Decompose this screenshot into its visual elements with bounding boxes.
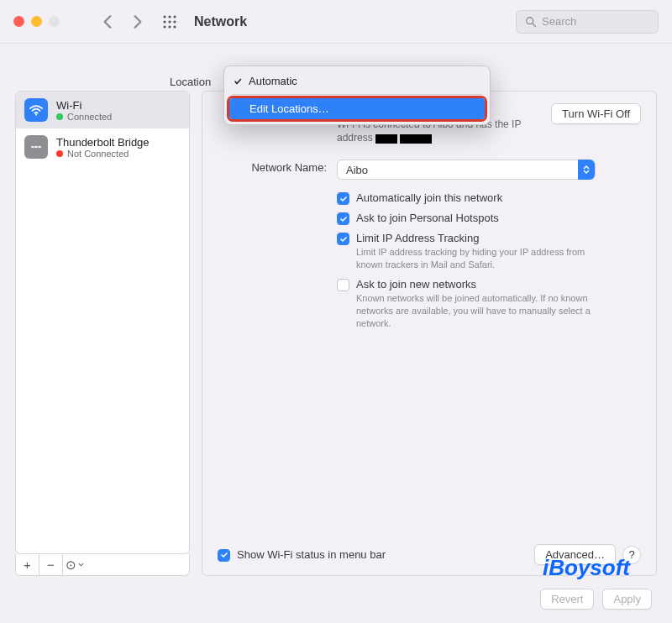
svg-line-10 xyxy=(533,23,536,26)
toolbar: Network Search xyxy=(0,0,672,44)
limit-ip-description: Limit IP address tracking by hiding your… xyxy=(356,246,608,271)
svg-point-7 xyxy=(168,25,171,28)
dropdown-option-label: Edit Locations… xyxy=(249,102,329,115)
new-networks-label: Ask to join new networks xyxy=(356,278,608,291)
hotspots-label: Ask to join Personal Hotspots xyxy=(356,212,499,224)
search-placeholder: Search xyxy=(542,15,576,28)
back-button[interactable] xyxy=(102,14,113,29)
turn-wifi-off-button[interactable]: Turn Wi-Fi Off xyxy=(551,103,641,124)
location-option-edit[interactable]: Edit Locations… xyxy=(229,98,485,119)
svg-point-8 xyxy=(173,25,176,28)
limit-ip-label: Limit IP Address Tracking xyxy=(356,232,608,244)
location-dropdown: Automatic Edit Locations… xyxy=(223,65,491,125)
location-label: Location xyxy=(170,76,211,88)
network-name-select[interactable]: Aibo xyxy=(337,160,596,180)
nav-buttons xyxy=(102,14,144,29)
help-button[interactable]: ? xyxy=(622,546,641,564)
network-name-value: Aibo xyxy=(346,164,368,176)
window-controls xyxy=(13,16,60,27)
advanced-button[interactable]: Advanced… xyxy=(534,544,616,565)
close-window-button[interactable] xyxy=(13,16,24,27)
sidebar-item-status: Not Connected xyxy=(67,149,129,159)
svg-point-5 xyxy=(173,20,176,23)
revert-button[interactable]: Revert xyxy=(540,589,594,610)
main-content: Wi-Fi Connected Thunderbolt Bridge Not C… xyxy=(0,91,672,586)
thunderbolt-icon xyxy=(24,135,48,159)
network-name-label: Network Name: xyxy=(218,160,337,180)
sidebar-item-label: Thunderbolt Bridge xyxy=(56,136,150,149)
new-networks-checkbox[interactable] xyxy=(337,279,349,291)
search-input[interactable]: Search xyxy=(516,10,659,34)
sidebar-item-status: Connected xyxy=(67,112,112,122)
svg-point-11 xyxy=(35,113,37,115)
detail-pane: Status: Connected Wi-Fi is connected to … xyxy=(202,91,657,576)
network-options-button[interactable]: ⊙ xyxy=(63,554,87,575)
network-list: Wi-Fi Connected Thunderbolt Bridge Not C… xyxy=(15,91,190,554)
svg-point-1 xyxy=(168,15,171,18)
auto-join-label: Automatically join this network xyxy=(356,191,502,204)
page-title: Network xyxy=(194,14,516,29)
location-option-automatic[interactable]: Automatic xyxy=(228,71,486,92)
remove-network-button[interactable]: − xyxy=(39,554,63,575)
show-all-prefs-button[interactable] xyxy=(162,14,177,29)
sidebar-item-wifi[interactable]: Wi-Fi Connected xyxy=(16,92,189,128)
sidebar-item-thunderbolt[interactable]: Thunderbolt Bridge Not Connected xyxy=(16,128,189,165)
maximize-window-button xyxy=(49,16,60,27)
minimize-window-button[interactable] xyxy=(31,16,42,27)
hotspots-checkbox[interactable] xyxy=(337,212,349,225)
limit-ip-checkbox[interactable] xyxy=(337,233,349,245)
svg-point-6 xyxy=(163,25,165,28)
dropdown-separator xyxy=(232,94,482,95)
highlight-annotation: Edit Locations… xyxy=(227,96,487,122)
new-networks-description: Known networks will be joined automatica… xyxy=(356,292,608,330)
chevron-updown-icon xyxy=(578,160,595,180)
svg-point-2 xyxy=(173,15,176,18)
menubar-status-checkbox[interactable] xyxy=(218,549,230,562)
status-dot-icon xyxy=(56,150,63,157)
bottom-buttons: Revert Apply xyxy=(540,589,652,610)
svg-point-0 xyxy=(163,15,165,18)
wifi-icon xyxy=(24,98,48,122)
status-dot-icon xyxy=(56,113,63,120)
sidebar-footer: + − ⊙ xyxy=(15,554,190,576)
forward-button[interactable] xyxy=(132,14,144,29)
dropdown-option-label: Automatic xyxy=(249,75,297,87)
network-sidebar: Wi-Fi Connected Thunderbolt Bridge Not C… xyxy=(15,91,190,576)
apply-button[interactable]: Apply xyxy=(602,589,652,610)
auto-join-checkbox[interactable] xyxy=(337,192,349,205)
sidebar-item-label: Wi-Fi xyxy=(56,99,112,112)
menubar-status-label: Show Wi-Fi status in menu bar xyxy=(237,548,386,561)
checkmark-icon xyxy=(232,77,244,86)
svg-point-3 xyxy=(163,20,165,23)
svg-point-4 xyxy=(168,20,171,23)
search-icon xyxy=(525,16,537,28)
add-network-button[interactable]: + xyxy=(16,554,39,575)
